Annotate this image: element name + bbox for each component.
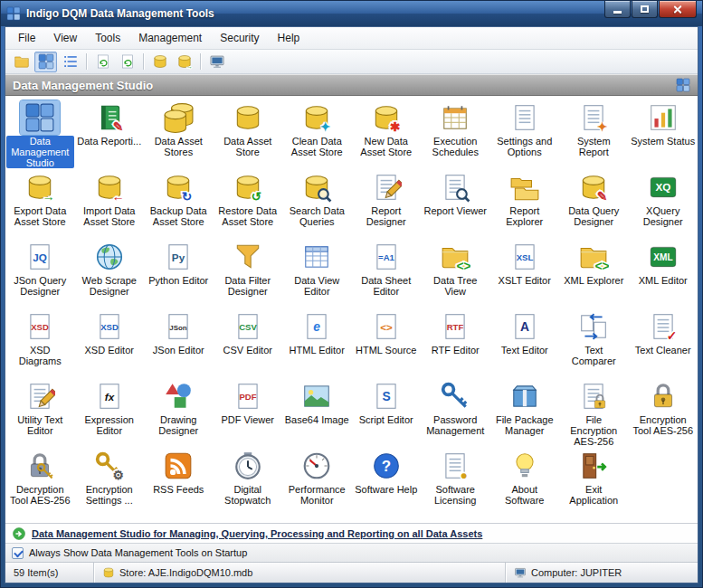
menu-help[interactable]: Help [269,28,309,48]
restore-data-asset-store-item[interactable]: ↺Restore Data Asset Store [214,168,283,238]
decryption-tool-aes-256-item[interactable]: Decryption Tool AES-256 [5,447,75,517]
item-label: Web Scrape Designer [75,275,143,297]
csv-editor-item[interactable]: CSVCSV Editor [214,308,283,377]
new-data-asset-store-item[interactable]: ✱New Data Asset Store [352,99,422,168]
system-report-item[interactable]: ✦System Report [559,99,629,168]
json-editor-item[interactable]: JSonJSon Editor [144,308,214,377]
close-button[interactable] [659,1,697,18]
item-label: File Encryption AES-256 [560,414,628,447]
app-window: Indigo DQM Data Management Tools FileVie… [0,0,703,588]
data-reporti-item[interactable]: ✎Data Reporti... [75,99,145,168]
drawing-designer-icon [158,379,198,413]
item-label: Script Editor [357,414,415,425]
system-status-button[interactable] [205,52,228,72]
software-help-item[interactable]: ?Software Help [352,447,422,517]
item-label: Text Comparer [560,345,628,366]
startup-checkbox[interactable] [12,547,24,559]
data-view-editor-item[interactable]: Data View Editor [282,238,352,308]
web-scrape-designer-item[interactable]: Web Scrape Designer [75,238,145,308]
xml-explorer-item[interactable]: <>XML Explorer [559,238,629,308]
data-tree-view-item[interactable]: <>Data Tree View [421,238,490,308]
rss-feeds-item[interactable]: RSS Feeds [144,447,214,517]
rtf-editor-item[interactable]: RTFRTF Editor [421,308,490,377]
file-package-manager-item[interactable]: File Package Manager [490,377,560,447]
refresh-view-button[interactable] [91,52,114,72]
data-filter-designer-item[interactable]: Data Filter Designer [214,238,283,308]
menu-file[interactable]: File [9,28,44,48]
menu-tools[interactable]: Tools [86,28,129,48]
open-data-store-button[interactable] [10,52,33,72]
about-software-item[interactable]: About Software [490,447,560,517]
list-view-button[interactable] [59,52,81,72]
data-sheet-editor-item[interactable]: =A1Data Sheet Editor [352,238,422,308]
data-management-studio-item[interactable]: Data Management Studio [5,99,75,168]
data-asset-stores-item[interactable]: Data Asset Stores [144,99,214,168]
script-editor-icon: S [366,379,406,413]
data-asset-store-item[interactable]: Data Asset Store [214,99,283,168]
item-label: Drawing Designer [145,414,213,436]
clean-data-asset-store-item[interactable]: ✦Clean Data Asset Store [282,99,352,168]
studio-description-link[interactable]: Data Management Studio for Managing, Que… [32,528,482,539]
json-query-designer-item[interactable]: JQJSon Query Designer [5,238,75,308]
status-bar: 59 Item(s) Store: AJE.IndigoDQM10.mdb Co… [5,562,698,583]
drawing-designer-item[interactable]: Drawing Designer [144,377,214,447]
data-query-designer-item[interactable]: ✎Data Query Designer [559,168,629,238]
item-label: HTML Source [354,345,418,356]
connect-data-store-icon: → [176,53,193,70]
encryption-tool-aes-256-icon [643,379,683,413]
exit-application-item[interactable]: Exit Application [559,447,629,517]
data-view-editor-icon [297,240,337,274]
menu-management[interactable]: Management [129,28,211,48]
execution-schedules-item[interactable]: Execution Schedules [421,99,490,168]
script-editor-item[interactable]: SScript Editor [352,377,422,447]
report-viewer-item[interactable]: Report Viewer [421,168,490,238]
studio-header-icon[interactable] [676,78,690,92]
menu-security[interactable]: Security [211,28,268,48]
html-editor-item[interactable]: eHTML Editor [282,308,352,377]
minimize-button[interactable] [604,1,631,18]
xquery-designer-item[interactable]: XQXQuery Designer [629,168,698,238]
search-data-queries-item[interactable]: Search Data Queries [282,168,352,238]
text-cleaner-item[interactable]: ✓Text Cleaner [629,308,698,377]
export-data-asset-store-item[interactable]: →Export Data Asset Store [5,168,75,238]
file-encryption-aes-256-item[interactable]: File Encryption AES-256 [559,377,629,447]
json-editor-icon: JSon [158,309,198,344]
menu-view[interactable]: View [44,28,86,48]
xml-editor-item[interactable]: XMLXML Editor [629,238,698,308]
software-licensing-item[interactable]: ●Software Licensing [421,447,490,517]
xsd-diagrams-item[interactable]: XSDXSD Diagrams [5,308,75,377]
text-editor-item[interactable]: AText Editor [490,308,560,377]
base64-image-item[interactable]: Base64 Image [282,377,352,447]
text-comparer-item[interactable]: Text Comparer [559,308,629,377]
utility-text-editor-icon [20,379,60,413]
title-bar[interactable]: Indigo DQM Data Management Tools [1,1,702,26]
item-label: Report Designer [352,205,420,227]
large-icons-view-button[interactable] [34,52,57,72]
expression-editor-item[interactable]: fxExpression Editor [75,377,145,447]
utility-text-editor-item[interactable]: Utility Text Editor [5,377,75,447]
connect-data-store-button[interactable]: → [173,52,195,72]
report-explorer-item[interactable]: Report Explorer [490,168,560,238]
python-editor-item[interactable]: PyPython Editor [144,238,214,308]
digital-stopwatch-item[interactable]: Digital Stopwatch [214,447,283,517]
performance-monitor-item[interactable]: Performance Monitor [282,447,352,517]
xsd-editor-item[interactable]: XSDXSD Editor [75,308,145,377]
pdf-viewer-item[interactable]: PDFPDF Viewer [214,377,283,447]
maximize-button[interactable] [632,1,658,18]
backup-data-asset-store-item[interactable]: ↻Backup Data Asset Store [144,168,214,238]
settings-and-options-item[interactable]: Settings and Options [490,99,560,168]
password-management-item[interactable]: Password Management [421,377,490,447]
html-source-item[interactable]: <>HTML Source [352,308,422,377]
report-designer-item[interactable]: Report Designer [352,168,422,238]
svg-text:PDF: PDF [239,392,256,402]
data-asset-store-button[interactable] [148,52,171,72]
encryption-tool-aes-256-item[interactable]: Encryption Tool AES-256 [629,377,698,447]
report-designer-icon [366,170,406,204]
encryption-settings-item[interactable]: ⚙Encryption Settings ... [75,447,145,517]
html-source-icon: <> [366,309,406,344]
import-data-asset-store-item[interactable]: ←Import Data Asset Store [75,168,145,238]
report-preview-button[interactable] [116,52,138,72]
xslt-editor-item[interactable]: XSLXSLT Editor [490,238,560,308]
system-status-item[interactable]: System Status [629,99,698,168]
item-label: Export Data Asset Store [6,205,74,227]
